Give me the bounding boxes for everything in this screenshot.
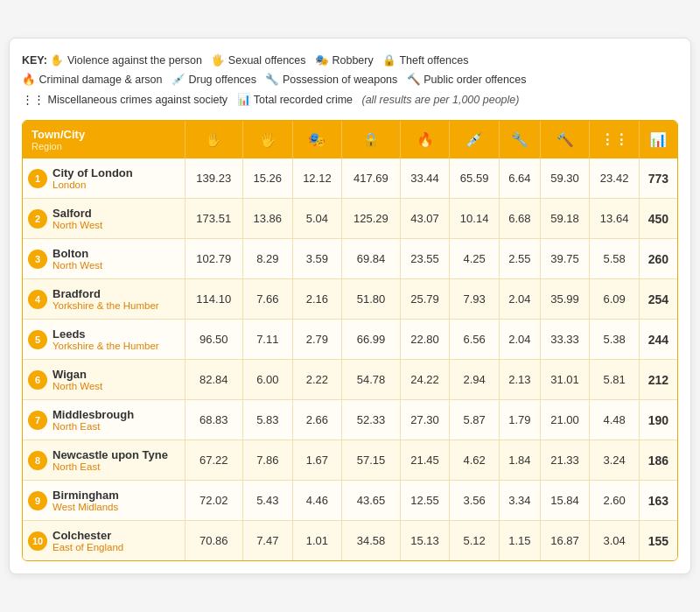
data-col-4: 417.69: [342, 158, 400, 199]
rank-badge: 6: [28, 370, 47, 390]
key-section: KEY: ✋ Violence against the person 🖐 Sex…: [22, 51, 678, 110]
data-col-8: 35.99: [540, 279, 590, 320]
data-col-2: 15.26: [242, 158, 292, 199]
town-name: Wigan: [52, 368, 102, 381]
header-col-8: 🔨: [540, 121, 590, 158]
data-col-7: 6.64: [499, 158, 540, 199]
header-col-5: 🔥: [400, 121, 450, 158]
table-row: 10 Colchester East of England 70.867.471…: [23, 521, 677, 561]
data-col-9: 3.04: [590, 521, 640, 561]
total-col: 244: [639, 320, 677, 360]
town-name: Newcastle upon Tyne: [52, 448, 168, 461]
data-col-6: 3.56: [450, 481, 500, 521]
header-col-4: 🔒: [342, 121, 400, 158]
data-col-3: 1.01: [292, 521, 342, 561]
header-col-2: 🖐: [242, 121, 292, 158]
rank-badge: 9: [28, 491, 47, 510]
data-col-3: 3.59: [292, 239, 342, 279]
key-item-violence: Violence against the person: [67, 54, 202, 67]
key-item-misc: Miscellaneous crimes against society: [47, 94, 228, 106]
region-name: North West: [52, 381, 102, 391]
rank-badge: 10: [28, 531, 47, 551]
data-col-9: 4.48: [590, 400, 640, 440]
data-col-9: 13.64: [590, 199, 640, 239]
data-col-1: 68.83: [185, 400, 242, 440]
total-col: 163: [639, 481, 677, 521]
data-col-4: 57.15: [342, 440, 400, 481]
data-col-4: 54.78: [342, 360, 400, 400]
data-col-7: 2.04: [499, 279, 540, 320]
data-col-4: 125.29: [342, 199, 400, 239]
data-col-1: 96.50: [185, 320, 242, 360]
data-col-4: 52.33: [342, 400, 400, 440]
rank-badge: 8: [28, 451, 47, 470]
data-col-9: 5.38: [590, 320, 640, 360]
key-item-criminal: Criminal damage & arson: [38, 74, 162, 86]
key-item-theft: Theft offences: [399, 54, 468, 67]
table-header-row: Town/City Region ✋ 🖐 🎭 🔒 🔥 💉 🔧 🔨 ⋮⋮ 📊: [23, 121, 677, 158]
data-col-9: 2.60: [590, 481, 640, 521]
region-name: North East: [52, 421, 134, 432]
data-col-2: 5.83: [242, 400, 292, 440]
data-col-4: 51.80: [342, 279, 400, 320]
data-col-5: 23.55: [400, 239, 450, 279]
rank-badge: 3: [28, 250, 47, 269]
data-col-2: 6.00: [242, 360, 292, 400]
data-col-8: 33.33: [540, 320, 590, 360]
header-town: Town/City Region: [23, 121, 185, 158]
data-col-5: 21.45: [400, 440, 450, 481]
data-col-4: 69.84: [342, 239, 400, 279]
data-col-7: 2.13: [499, 360, 540, 400]
key-item-robbery: Robbery: [332, 54, 373, 67]
data-col-9: 3.24: [590, 440, 640, 481]
region-name: Yorkshire & the Humber: [52, 341, 159, 351]
town-name: City of London: [52, 166, 133, 179]
town-cell: 9 Birmingham West Midlands: [23, 481, 185, 521]
data-col-9: 6.09: [590, 279, 640, 320]
main-container: KEY: ✋ Violence against the person 🖐 Sex…: [9, 38, 691, 575]
crime-table: Town/City Region ✋ 🖐 🎭 🔒 🔥 💉 🔧 🔨 ⋮⋮ 📊: [23, 121, 677, 560]
data-col-8: 21.00: [540, 400, 590, 440]
town-cell: 5 Leeds Yorkshire & the Humber: [23, 320, 185, 360]
rank-badge: 2: [28, 209, 47, 229]
data-col-8: 59.30: [540, 158, 590, 199]
town-cell: 4 Bradford Yorkshire & the Humber: [23, 279, 185, 320]
town-name: Bradford: [52, 287, 159, 300]
data-col-6: 7.93: [450, 279, 500, 320]
table-row: 8 Newcastle upon Tyne North East 67.227.…: [23, 440, 677, 481]
data-col-7: 1.84: [499, 440, 540, 481]
table-row: 1 City of London London 139.2315.2612.12…: [23, 158, 677, 199]
data-col-6: 65.59: [450, 158, 500, 199]
region-name: East of England: [52, 542, 123, 552]
data-col-5: 25.79: [400, 279, 450, 320]
data-col-7: 1.79: [499, 400, 540, 440]
header-col-total: 📊: [639, 121, 677, 158]
key-item-sexual: Sexual offences: [228, 54, 306, 67]
region-name: West Midlands: [52, 502, 119, 512]
data-col-5: 27.30: [400, 400, 450, 440]
data-col-3: 2.79: [292, 320, 342, 360]
table-row: 4 Bradford Yorkshire & the Humber 114.10…: [23, 279, 677, 320]
key-label: KEY:: [22, 54, 47, 67]
data-col-3: 2.66: [292, 400, 342, 440]
data-col-5: 24.22: [400, 360, 450, 400]
data-col-1: 67.22: [185, 440, 242, 481]
table-row: 6 Wigan North West 82.846.002.2254.7824.…: [23, 360, 677, 400]
data-col-2: 7.11: [242, 320, 292, 360]
data-col-2: 13.86: [242, 199, 292, 239]
key-item-weapons: Possession of weapons: [283, 74, 397, 86]
data-col-6: 4.25: [450, 239, 500, 279]
town-name: Middlesbrough: [52, 408, 134, 421]
key-item-drug: Drug offences: [188, 74, 256, 86]
data-col-8: 16.87: [540, 521, 590, 561]
data-col-3: 2.22: [292, 360, 342, 400]
region-name: North West: [52, 260, 102, 271]
town-cell: 3 Bolton North West: [23, 239, 185, 279]
data-col-1: 102.79: [185, 239, 242, 279]
data-col-6: 2.94: [450, 360, 500, 400]
town-name: Leeds: [52, 327, 159, 341]
data-col-2: 7.86: [242, 440, 292, 481]
data-col-5: 33.44: [400, 158, 450, 199]
total-col: 212: [639, 360, 677, 400]
town-cell: 6 Wigan North West: [23, 360, 185, 400]
